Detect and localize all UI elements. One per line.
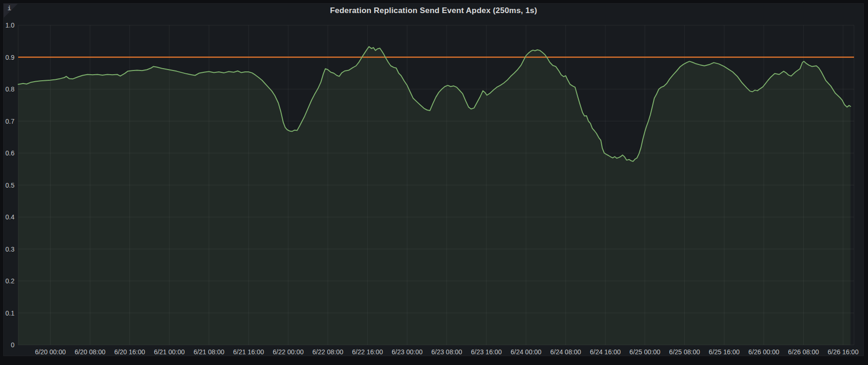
y-axis-tick-label: 1.0: [6, 21, 15, 29]
x-axis-tick-label: 6/23 16:00: [471, 348, 502, 356]
y-axis-tick-label: 0.6: [6, 149, 15, 157]
x-axis-tick-label: 6/26 16:00: [828, 348, 859, 356]
screen: i Federation Replication Send Event Apde…: [0, 0, 868, 365]
timeseries-chart: 00.10.20.30.40.50.60.70.80.91.06/20 00:0…: [4, 4, 864, 356]
x-axis-tick-label: 6/21 16:00: [233, 348, 264, 356]
x-axis-tick-label: 6/22 08:00: [312, 348, 343, 356]
x-axis-tick-label: 6/22 00:00: [273, 348, 304, 356]
x-axis-tick-label: 6/24 08:00: [550, 348, 581, 356]
graph-panel: i Federation Replication Send Event Apde…: [3, 3, 864, 356]
y-axis-tick-label: 0.7: [6, 118, 15, 125]
x-axis-tick-label: 6/23 00:00: [392, 348, 423, 356]
y-axis-tick-label: 0.5: [6, 182, 15, 189]
x-axis-tick-label: 6/24 00:00: [511, 348, 542, 356]
x-axis-tick-label: 6/20 00:00: [35, 348, 66, 356]
x-axis-tick-label: 6/21 00:00: [154, 348, 185, 356]
x-axis-tick-label: 6/22 16:00: [352, 348, 383, 356]
y-axis-tick-label: 0.4: [6, 213, 15, 221]
y-axis-tick-label: 0: [11, 341, 14, 349]
x-axis-tick-label: 6/25 16:00: [709, 348, 740, 356]
y-axis-tick-label: 0.9: [6, 54, 15, 61]
x-axis-tick-label: 6/26 00:00: [749, 348, 779, 356]
x-axis-tick-label: 6/25 00:00: [630, 348, 660, 356]
x-axis-tick-label: 6/20 08:00: [75, 348, 105, 356]
x-axis-tick-label: 6/20 16:00: [114, 348, 145, 356]
x-axis-tick-label: 6/24 16:00: [590, 348, 621, 356]
x-axis-tick-label: 6/25 08:00: [669, 348, 700, 356]
y-axis-tick-label: 0.8: [6, 85, 15, 93]
y-axis-tick-label: 0.2: [6, 277, 15, 285]
y-axis-tick-label: 0.1: [6, 309, 15, 317]
x-axis-tick-label: 6/23 08:00: [431, 348, 462, 356]
y-axis-tick-label: 0.3: [6, 246, 15, 253]
x-axis-tick-label: 6/21 08:00: [194, 348, 224, 356]
plot-area[interactable]: [18, 25, 854, 345]
x-axis-tick-label: 6/26 08:00: [788, 348, 819, 356]
